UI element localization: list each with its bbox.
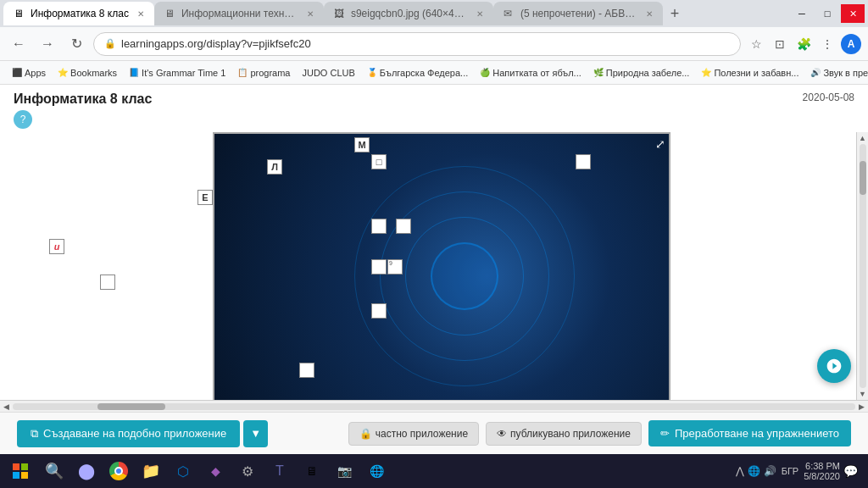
tab-title-3: s9eigqcbn0.jpg (640×439) <box>351 8 468 19</box>
apps-icon: ⬛ <box>12 68 22 77</box>
tab-mail[interactable]: ✉ (5 непрочетени) - АБВ поща ✕ <box>493 2 663 25</box>
tab-close-4[interactable]: ✕ <box>646 9 653 19</box>
page-date: 2020-05-08 <box>803 92 854 103</box>
bookmark-grammar[interactable]: 📘 It's Grammar Time 1 <box>124 66 231 80</box>
taskbar-app1-icon[interactable]: 🖥 <box>297 456 327 486</box>
url-input[interactable]: 🔒 learningapps.org/display?v=pjikfsefc20 <box>93 32 741 56</box>
window-controls: ─ □ ✕ <box>790 4 865 23</box>
tray-chevron-icon[interactable]: ⋀ <box>736 465 744 477</box>
pencil-icon: ✏ <box>660 427 670 440</box>
tab-info-tech[interactable]: 🖥 Информационни технологии 7 к... ✕ <box>154 2 324 25</box>
taskbar-vscode-icon[interactable]: ⬡ <box>168 456 198 486</box>
taskbar-terminal-icon[interactable]: ◆ <box>200 456 231 486</box>
bookmark-judo[interactable]: JUDO CLUB <box>297 66 359 80</box>
horizontal-scrollbar[interactable]: ◀ ▶ <box>0 400 868 412</box>
cw-cell: Е <box>198 190 213 205</box>
bookmark-zvuk[interactable]: 🔊 Звук в презентаци... <box>805 66 868 80</box>
cw-cell: 9 <box>387 259 403 274</box>
bookmark-apps[interactable]: ⬛ Apps <box>7 66 51 80</box>
bottom-bar: ⧉ Създаване на подобно приложение ▼ 🔒 ча… <box>0 412 868 454</box>
bookmark-zvuk-label: Звук в презентаци... <box>823 68 868 78</box>
cw-cell <box>576 154 591 169</box>
taskbar-clock[interactable]: 6:38 PM 5/8/2020 <box>804 461 840 481</box>
url-text: learningapps.org/display?v=pjikfsefc20 <box>121 37 311 50</box>
cw-cell <box>100 274 115 290</box>
taskbar-teams-icon[interactable]: T <box>264 456 295 486</box>
cw-cell <box>371 259 387 274</box>
private-app-button[interactable]: 🔒 частно приложение <box>348 422 479 446</box>
lang-indicator: БГР <box>782 466 799 476</box>
tab-title-1: Информатика 8 клас <box>31 8 129 19</box>
taskbar-search-icon[interactable]: 🔍 <box>39 456 70 486</box>
bookmark-programa[interactable]: 📋 programa <box>232 66 295 80</box>
close-button[interactable]: ✕ <box>841 4 865 23</box>
tab-icon-3: 🖼 <box>334 8 346 19</box>
eye-icon: 👁 <box>497 428 507 440</box>
expand-icon[interactable]: ⤢ <box>655 137 665 151</box>
notification-icon[interactable]: 💬 <box>843 464 858 478</box>
toolbar-right: ☆ ⊡ 🧩 ⋮ A <box>746 34 861 54</box>
tab-icon-1: 🖥 <box>14 8 25 19</box>
taskbar-cortana-icon[interactable]: ⬤ <box>71 456 102 486</box>
edit-exercise-button[interactable]: ✏ Преработване на упражнението <box>648 420 851 446</box>
crossword-wrapper: 1П Р Е Д У С Л О В И Е <box>0 132 868 400</box>
napitka-icon: 🍏 <box>480 68 490 77</box>
help-icon-row: ? <box>0 110 868 132</box>
menu-icon[interactable]: ⋮ <box>817 34 837 54</box>
reload-button[interactable]: ↻ <box>64 32 88 56</box>
bookmark-bulgarska[interactable]: 🏅 Българска Федера... <box>362 66 473 80</box>
bookmark-programa-label: programa <box>250 68 290 78</box>
tab-close-1[interactable]: ✕ <box>137 9 144 19</box>
copy-icon: ⧉ <box>31 427 38 441</box>
scroll-thumb[interactable] <box>97 403 165 410</box>
bookmark-grammar-label: It's Grammar Time 1 <box>142 68 225 78</box>
polezni-icon: ⭐ <box>701 68 711 77</box>
create-similar-label: Създаване на подобно приложение <box>43 427 226 440</box>
tab-icon-4: ✉ <box>504 8 515 19</box>
maximize-button[interactable]: □ <box>815 4 839 23</box>
bookmark-star-icon[interactable]: ☆ <box>746 34 766 54</box>
taskbar-app3-icon[interactable]: 🌐 <box>361 456 392 486</box>
start-button[interactable] <box>3 454 37 488</box>
create-dropdown-button[interactable]: ▼ <box>243 420 268 447</box>
taskbar-files-icon[interactable]: 📁 <box>136 456 166 486</box>
taskbar-chrome-icon[interactable] <box>103 456 134 486</box>
svg-rect-0 <box>13 463 19 470</box>
fab-button[interactable] <box>817 349 851 383</box>
back-button[interactable]: ← <box>7 32 31 56</box>
cast-icon[interactable]: ⊡ <box>770 34 790 54</box>
minimize-button[interactable]: ─ <box>790 4 814 23</box>
bookmark-napitka[interactable]: 🍏 Напитката от ябъл... <box>475 66 587 80</box>
scroll-track[interactable] <box>13 403 855 410</box>
extensions-icon[interactable]: 🧩 <box>793 34 814 54</box>
crossword-image: 5А Л Г О Р И Т Ъ М Ц К Л <box>213 132 670 400</box>
page-title: Информатика 8 клас <box>14 92 152 107</box>
taskbar-app2-icon[interactable]: 📷 <box>329 456 359 486</box>
lock-small-icon: 🔒 <box>359 428 372 440</box>
help-icon[interactable]: ? <box>14 110 32 129</box>
new-tab-button[interactable]: + <box>663 2 687 25</box>
priroda-icon: 🌿 <box>593 68 604 77</box>
bookmark-bookmarks[interactable]: ⭐ Bookmarks <box>53 66 122 80</box>
volume-icon[interactable]: 🔊 <box>764 465 776 477</box>
zvuk-icon: 🔊 <box>810 68 821 77</box>
bookmark-priroda[interactable]: 🌿 Природна забеле... <box>588 66 695 80</box>
title-bar: 🖥 Информатика 8 клас ✕ 🖥 Информационни т… <box>0 0 868 27</box>
private-label: частно приложение <box>376 428 468 440</box>
bookmark-polezni[interactable]: ⭐ Полезни и забавн... <box>696 66 804 80</box>
page-header: Информатика 8 клас 2020-05-08 <box>0 85 868 110</box>
public-app-button[interactable]: 👁 публикувано приложение <box>486 422 642 446</box>
tab-close-2[interactable]: ✕ <box>307 9 314 19</box>
profile-avatar[interactable]: A <box>841 34 861 54</box>
tab-title-2: Информационни технологии 7 к... <box>181 8 298 19</box>
vertical-scrollbar[interactable]: ▲ ▼ <box>856 132 868 400</box>
create-similar-button[interactable]: ⧉ Създаване на подобно приложение <box>17 420 240 447</box>
star-icon: ⭐ <box>58 68 68 77</box>
tab-informatika[interactable]: 🖥 Информатика 8 клас ✕ <box>3 2 154 25</box>
tab-close-3[interactable]: ✕ <box>476 9 483 19</box>
taskbar-settings-icon[interactable]: ⚙ <box>232 456 263 486</box>
bookmark-bookmarks-label: Bookmarks <box>70 68 117 78</box>
forward-button[interactable]: → <box>36 32 59 56</box>
bookmark-priroda-label: Природна забеле... <box>606 68 690 78</box>
tab-image[interactable]: 🖼 s9eigqcbn0.jpg (640×439) ✕ <box>324 2 493 25</box>
